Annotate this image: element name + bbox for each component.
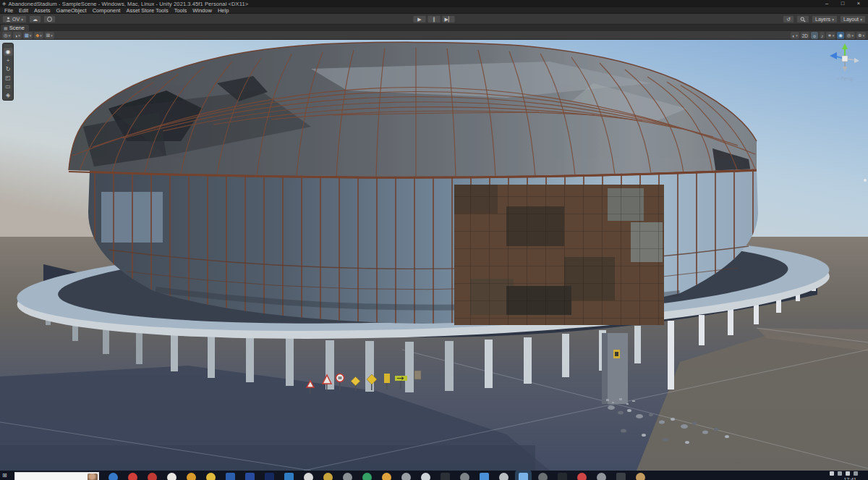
chevron-down-icon: ▾ [862,33,864,38]
menu-item[interactable]: File [1,7,16,14]
menu-item[interactable]: Asset Store Tools [123,7,171,14]
taskbar-app-icon[interactable] [148,473,157,480]
taskbar-app-icon[interactable] [499,473,509,480]
scene-view-toolbar: ◎▾◑▾▦▾◆▾⊞▾ ◐▾2D▾☼▾♪▾∗▾◉▾◎▾⊕▾ [0,31,868,40]
taskbar-app-icon[interactable] [323,473,333,480]
taskbar-app-icon[interactable] [538,473,548,480]
menu-item[interactable]: Help [215,7,231,14]
lighting-toggle-button[interactable]: ☼▾ [811,32,818,39]
menu-item[interactable]: Tools [171,7,190,14]
main-toolbar: OV▾ ☁ ▶∥▶▏ ↺ Layers▾ Layout▾ [0,14,868,25]
tray-icon[interactable] [830,471,834,476]
chevron-down-icon: ▾ [30,33,32,38]
taskbar-app-icon[interactable] [362,473,372,480]
rotate-tool-button[interactable]: ↻ [4,65,13,73]
taskbar-app-icon[interactable] [109,473,118,480]
window-controls: –□× [819,0,867,7]
search-box-image [88,473,98,480]
rect-tool-button[interactable]: ▭ [4,83,13,90]
search-button[interactable] [796,15,809,23]
grid-visibility-button[interactable]: ▦▾ [23,32,33,39]
camera-settings-button[interactable]: ◎▾ [846,32,855,39]
taskbar-app-icon[interactable] [167,473,176,480]
taskbar-app-icon[interactable] [382,473,391,480]
move-tool-button[interactable]: + [4,56,13,64]
cloud-button[interactable]: ☁ [29,15,41,23]
taskbar-app-icon[interactable] [187,473,196,480]
scale-tool-button[interactable]: ◰ [4,74,13,82]
corroded-panel [454,185,664,325]
taskbar-app-icon[interactable] [421,473,430,480]
menu-item[interactable]: Assets [31,7,54,14]
taskbar-app-icon[interactable] [128,473,137,480]
taskbar-search-input[interactable] [16,475,88,480]
pivot-orientation-button[interactable]: ◑▾ [13,32,21,39]
unity-logo-icon: ◈ [2,1,6,7]
taskbar-app-icon[interactable] [343,473,352,480]
tool-settings-button[interactable]: ◎▾ [2,32,12,39]
start-button[interactable]: ⊞ [2,472,7,479]
tab-scene[interactable]: ▦ Scene [1,25,29,31]
audio-toggle-button[interactable]: ♪▾ [820,32,825,39]
taskbar-app-icon[interactable] [206,473,216,480]
tray-icon[interactable] [854,471,858,476]
projection-label[interactable]: < Persp [827,76,862,81]
gizmo-axes-icon [828,42,861,75]
close-button[interactable]: × [851,0,867,7]
viewport-handle-dot[interactable] [864,179,867,182]
layout-dropdown[interactable]: Layout▾ [840,15,866,23]
menu-item[interactable]: GameObject [54,7,90,14]
unity-window: ◈ AbandonedStadium - SampleScene - Windo… [0,0,868,480]
services-icon [47,17,52,22]
view-tool-button[interactable]: ◉ [4,48,13,56]
step-button[interactable]: ▶▏ [442,15,456,23]
play-button[interactable]: ▶ [413,15,427,23]
taskbar-app-icon[interactable] [441,473,450,480]
scene-viewport[interactable]: ··· ◉+↻◰▭◈ < Persp [0,40,868,471]
taskbar-app-icon[interactable] [265,473,274,480]
menu-item[interactable]: Edit [16,7,31,14]
services-button[interactable] [43,15,56,23]
undo-history-button[interactable]: ↺ [783,15,794,23]
account-button[interactable]: OV▾ [2,15,27,23]
taskbar-app-icon[interactable] [597,473,606,480]
maximize-button[interactable]: □ [835,0,851,7]
scene-render [0,40,868,471]
taskbar-clock[interactable]: 17:41 [843,477,856,480]
effects-button[interactable]: ∗▾ [826,32,835,39]
orientation-gizmo[interactable]: < Persp [827,42,862,84]
2d-toggle-button[interactable]: 2D▾ [801,32,809,39]
taskbar-app-icon[interactable] [245,473,255,480]
minimize-button[interactable]: – [819,0,835,7]
taskbar-app-icon[interactable] [480,473,489,480]
menu-item[interactable]: Window [190,7,215,14]
tab-bar: ▦ Scene [0,25,868,31]
taskbar-app-icon[interactable] [558,473,567,480]
layers-dropdown[interactable]: Layers▾ [812,15,838,23]
pause-button[interactable]: ∥ [427,15,441,23]
taskbar-app-icon[interactable] [460,473,469,480]
menu-item[interactable]: Component [90,7,124,14]
taskbar-app-icon[interactable] [304,473,313,480]
taskbar-app-icon[interactable] [616,473,626,480]
snap-move-button[interactable]: ⊞▾ [45,32,54,39]
taskbar-app-icon[interactable] [577,473,587,480]
taskbar-app-icon[interactable] [226,473,235,480]
tray-icon[interactable] [838,471,842,476]
chevron-down-icon: ▾ [796,33,798,38]
taskbar-app-icons [109,473,645,480]
scene-visibility-button[interactable]: ◉▾ [837,32,844,39]
taskbar-search-box[interactable] [14,472,99,480]
tray-icon[interactable] [846,471,850,476]
taskbar-app-icon[interactable] [401,473,411,480]
overlay-grip-handle[interactable]: ··· [5,45,11,47]
taskbar-app-icon[interactable] [284,473,294,480]
play-controls: ▶∥▶▏ [413,15,456,23]
transform-tool-button[interactable]: ◈ [4,91,13,99]
snap-increment-button[interactable]: ◆▾ [34,32,43,39]
windows-taskbar: ⊞ 17:41 [0,471,868,480]
gizmos-button[interactable]: ⊕▾ [856,32,866,39]
taskbar-active-app-icon[interactable] [519,473,528,480]
shading-mode-button[interactable]: ◐▾ [791,32,799,39]
taskbar-app-icon[interactable] [636,473,645,480]
